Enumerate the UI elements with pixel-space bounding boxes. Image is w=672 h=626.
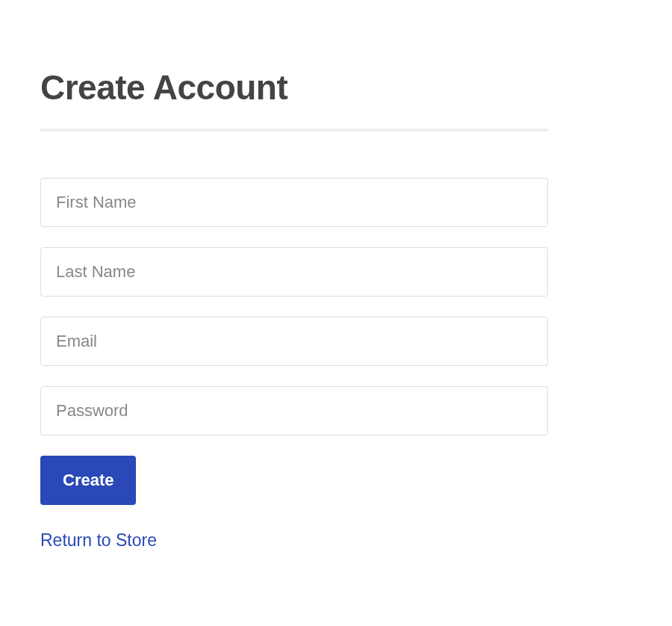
page-title: Create Account <box>40 67 632 108</box>
title-divider <box>40 128 548 131</box>
first-name-input[interactable] <box>40 178 548 227</box>
password-input[interactable] <box>40 386 548 436</box>
create-button[interactable]: Create <box>40 456 136 505</box>
last-name-input[interactable] <box>40 247 548 297</box>
email-input[interactable] <box>40 317 548 366</box>
return-to-store-link[interactable]: Return to Store <box>40 530 157 551</box>
